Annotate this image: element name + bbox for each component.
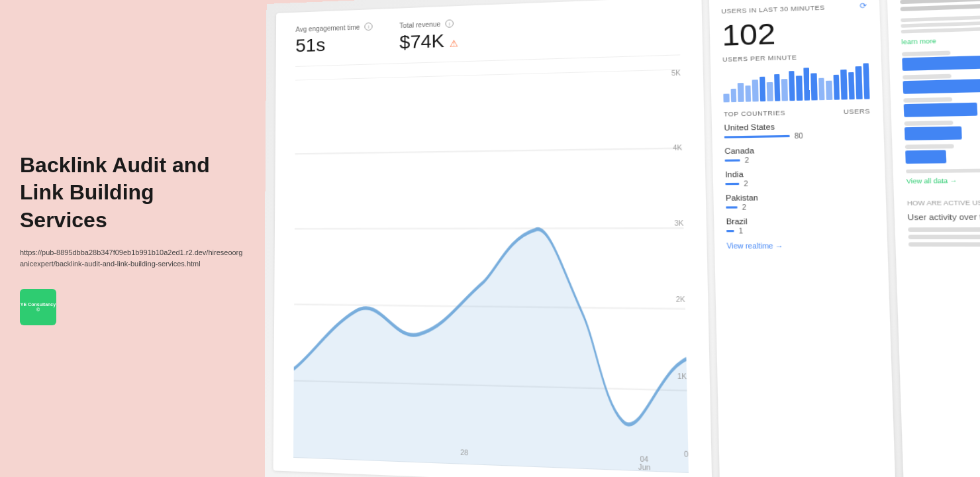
h-bar-container-0 (902, 48, 980, 70)
horizontal-bars (902, 48, 980, 164)
country-bar-2 (725, 183, 739, 185)
mini-bar-9 (789, 71, 795, 101)
refresh-icon[interactable]: ⟳ (859, 1, 867, 11)
view-realtime-link[interactable]: View realtime → (726, 242, 875, 250)
mini-bar-16 (840, 70, 847, 100)
x-label-jun: 04Jun (638, 455, 650, 472)
warning-icon: ⚠ (450, 38, 459, 49)
metrics-row: Avg engagement time i 51s Total revenue … (295, 11, 680, 67)
country-bar-container-1: 2 (724, 154, 871, 164)
country-bar-0 (724, 135, 790, 138)
mini-bar-15 (833, 75, 840, 100)
country-row-2: India2 (725, 168, 873, 187)
country-value-2: 2 (744, 180, 748, 187)
mini-bar-2 (738, 83, 744, 102)
country-value-4: 1 (738, 227, 743, 235)
country-bar-container-0: 80 (724, 131, 871, 141)
far-right-title (900, 0, 980, 11)
x-label-28: 28 (460, 449, 468, 464)
h-bar-label-2 (903, 97, 952, 102)
mini-bar-1 (730, 89, 736, 103)
y-label-4k: 4K (673, 144, 682, 152)
h-bar-label-4 (905, 144, 954, 149)
y-label-0: 0 (684, 450, 689, 458)
countries-list: United States80Canada2India2Pakistan2Bra… (724, 121, 874, 235)
country-bar-1 (725, 159, 740, 162)
line-chart (293, 69, 689, 473)
country-name-2: India (725, 168, 872, 178)
mini-bar-14 (826, 81, 832, 100)
h-bar-container-2 (903, 95, 980, 117)
mini-bar-13 (818, 78, 825, 100)
h-bar-3 (905, 126, 962, 140)
h-bar-label-1 (903, 74, 952, 79)
h-bar-4 (905, 150, 946, 164)
svg-line-1 (295, 148, 682, 154)
y-label-1k: 1K (677, 372, 687, 380)
page-url: https://pub-8895dbba28b347f09eb1b991b10a… (20, 247, 245, 269)
country-bar-3 (726, 206, 737, 208)
y-label-5k: 5K (671, 69, 681, 77)
h-bar-container-4 (905, 142, 980, 164)
mini-bar-12 (810, 73, 817, 101)
engagement-metric: Avg engagement time i 51s (295, 23, 372, 56)
revenue-value: $74K ⚠ (399, 30, 458, 53)
country-name-4: Brazil (726, 217, 874, 226)
h-bar-0 (902, 54, 980, 71)
mini-bar-7 (773, 74, 780, 101)
y-label-2k: 2K (676, 295, 685, 303)
bottom-subtitle: User activity over time (907, 212, 980, 221)
mini-bar-10 (796, 76, 803, 101)
country-bar-container-4: 1 (726, 227, 874, 235)
far-right-panel: learn more View all data → HOW ARE ACTIV… (887, 0, 980, 477)
y-label-3k: 3K (674, 219, 683, 227)
mini-bar-19 (863, 63, 870, 99)
analytics-panel: Avg engagement time i 51s Total revenue … (263, 0, 980, 477)
mini-bar-0 (723, 94, 729, 102)
bottom-title: HOW ARE ACTIVE USERS TRENDING? (907, 198, 980, 206)
country-name-0: United States (724, 121, 871, 132)
brand-icon: © (36, 307, 40, 313)
revenue-info-icon: i (446, 19, 454, 27)
h-bar-label-0 (902, 50, 951, 56)
h-bar-2 (904, 102, 978, 117)
mini-bar-5 (760, 77, 766, 101)
svg-line-2 (295, 228, 684, 229)
brand-badge: YE Consultancy © (20, 289, 56, 325)
country-value-3: 2 (742, 203, 746, 211)
users-per-minute-label: USERS PER MINUTE (722, 52, 869, 63)
country-row-1: Canada2 (724, 144, 872, 164)
line-chart-container: 5K 4K 3K 2K 1K 0 28 04Jun (293, 69, 689, 473)
main-chart-area: Avg engagement time i 51s Total revenue … (273, 0, 712, 477)
country-row-0: United States80 (724, 121, 871, 141)
country-row-4: Brazil1 (726, 217, 875, 235)
country-row-3: Pakistan2 (726, 193, 873, 212)
h-bar-container-1 (903, 72, 980, 94)
country-bar-container-3: 2 (726, 203, 873, 211)
mini-bar-6 (767, 82, 773, 101)
view-all-link[interactable]: View all data → (906, 176, 980, 184)
brand-text: YE Consultancy (21, 302, 56, 307)
country-bar-4 (726, 230, 734, 232)
left-panel: Backlink Audit and Link Building Service… (0, 0, 265, 477)
country-bar-container-2: 2 (725, 179, 873, 188)
country-value-1: 2 (745, 156, 750, 164)
realtime-header: USERS IN LAST 30 MINUTES ⟳ (721, 1, 867, 16)
h-bar-label-3 (905, 120, 954, 125)
mini-bar-18 (856, 66, 863, 99)
country-value-0: 80 (795, 132, 803, 140)
engagement-label: Avg engagement time i (295, 23, 372, 33)
realtime-label: USERS IN LAST 30 MINUTES (721, 4, 825, 15)
far-right-description: learn more (901, 14, 980, 48)
engagement-value: 51s (295, 33, 372, 56)
svg-line-0 (295, 69, 681, 80)
mini-bar-4 (752, 80, 759, 101)
mini-bar-3 (745, 85, 751, 102)
country-name-3: Pakistan (726, 193, 873, 203)
h-bar-1 (903, 78, 980, 93)
realtime-count: 102 (722, 16, 868, 50)
learn-more-link[interactable]: learn more (901, 37, 936, 46)
page-title: Backlink Audit and Link Building Service… (20, 152, 245, 235)
country-name-1: Canada (724, 144, 871, 155)
revenue-metric: Total revenue i $74K ⚠ (399, 19, 458, 53)
